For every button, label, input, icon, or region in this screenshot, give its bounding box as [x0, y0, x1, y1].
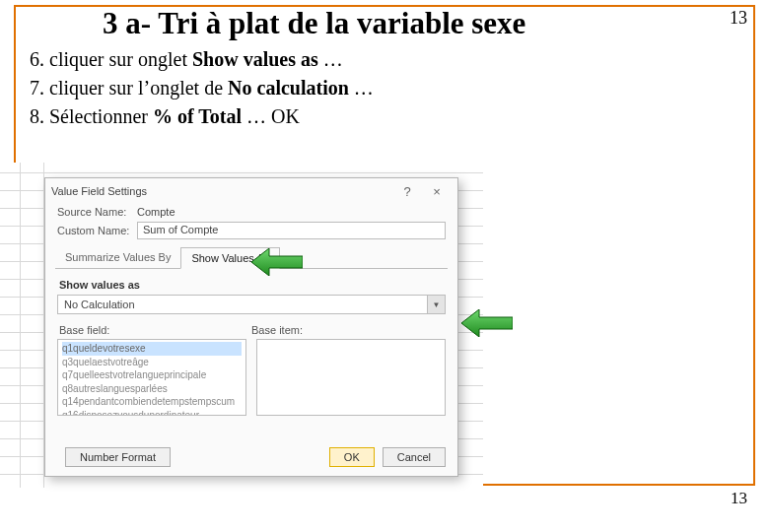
- source-name-label: Source Name:: [57, 206, 131, 218]
- arrow-pointer-tab-icon: [251, 248, 303, 276]
- dialog-footer: Number Format OK Cancel: [45, 447, 457, 467]
- help-button[interactable]: ?: [392, 184, 422, 199]
- close-button[interactable]: ×: [422, 184, 452, 199]
- dialog-title: Value Field Settings: [51, 185, 392, 197]
- cancel-button[interactable]: Cancel: [383, 447, 446, 467]
- instruction-steps: 6. cliquer sur onglet Show values as … 7…: [30, 45, 374, 131]
- dialog-titlebar: Value Field Settings ? ×: [45, 178, 457, 204]
- dropdown-selected-value: No Calculation: [64, 299, 135, 310]
- page-number-top: 13: [730, 8, 747, 29]
- svg-marker-1: [461, 309, 513, 337]
- custom-name-row: Custom Name: Sum of Compte: [45, 220, 457, 241]
- custom-name-input[interactable]: Sum of Compte: [137, 222, 446, 239]
- base-field-label: Base field:: [59, 324, 251, 336]
- show-values-as-dropdown[interactable]: No Calculation ▼: [57, 295, 446, 314]
- page-number-bottom: 13: [731, 489, 747, 508]
- step-7: 7. cliquer sur l’onglet de No calculatio…: [30, 74, 374, 102]
- list-item[interactable]: q1queldevotresexe: [62, 342, 242, 356]
- list-item[interactable]: q3quelaestvotreâge: [62, 356, 242, 369]
- source-name-row: Source Name: Compte: [45, 204, 457, 220]
- chevron-down-icon: ▼: [427, 296, 445, 313]
- base-labels-row: Base field: Base item:: [45, 314, 457, 339]
- source-name-value: Compte: [137, 206, 175, 218]
- tab-summarize-values-by[interactable]: Summarize Values By: [55, 247, 180, 268]
- value-field-settings-dialog: Value Field Settings ? × Source Name: Co…: [44, 177, 458, 477]
- arrow-pointer-dropdown-icon: [461, 309, 513, 337]
- base-item-listbox[interactable]: [256, 339, 446, 416]
- slide-title: 3 a- Tri à plat de la variable sexe: [103, 6, 525, 41]
- number-format-button[interactable]: Number Format: [65, 447, 171, 467]
- custom-name-label: Custom Name:: [57, 225, 131, 236]
- list-item[interactable]: q7quelleestvotrelangueprincipale: [62, 368, 242, 382]
- list-item[interactable]: q14pendantcombiendetempstempscum: [62, 395, 242, 409]
- list-item[interactable]: q16disposezvousdunordinateur: [62, 409, 242, 417]
- base-lists-row: q1queldevotresexe q3quelaestvotreâge q7q…: [45, 339, 457, 416]
- ok-button[interactable]: OK: [329, 447, 375, 467]
- list-item[interactable]: q8autreslanguesparlées: [62, 382, 242, 396]
- base-item-label: Base item:: [251, 324, 444, 336]
- svg-marker-0: [251, 248, 303, 276]
- screenshot-region: Value Field Settings ? × Source Name: Co…: [0, 163, 483, 488]
- step-8: 8. Sélectionner % of Total … OK: [30, 102, 374, 131]
- base-field-listbox[interactable]: q1queldevotresexe q3quelaestvotreâge q7q…: [57, 339, 246, 416]
- step-6: 6. cliquer sur onglet Show values as …: [30, 45, 374, 74]
